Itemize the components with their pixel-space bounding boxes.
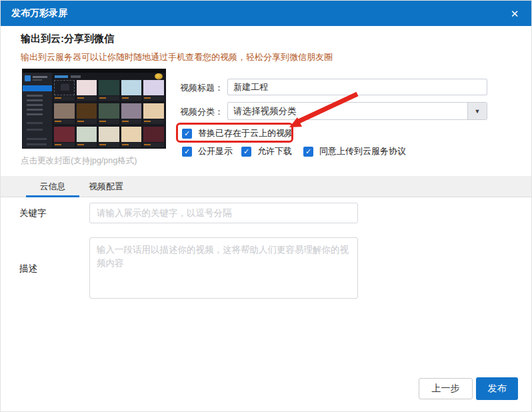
description-label: 描述: [19, 263, 37, 275]
cover-tile: [77, 103, 97, 125]
download-checkbox[interactable]: [241, 147, 251, 157]
previous-step-button[interactable]: 上一步: [419, 378, 473, 399]
tabbar: 云信息 视频配置: [1, 176, 531, 197]
category-selected-value: 请选择视频分类: [228, 105, 467, 117]
cover-tile: [99, 127, 119, 148]
dialog-title: 发布万彩录屏: [11, 7, 67, 19]
cover-grid: [54, 80, 164, 148]
cover-tile: [121, 103, 142, 125]
category-select[interactable]: 请选择视频分类 ▼: [227, 102, 487, 120]
thumb-content: [52, 73, 165, 148]
cover-tile: [143, 103, 164, 125]
video-title-label: 视频标题：: [174, 82, 223, 94]
thumb-sidebar: [23, 73, 52, 148]
cover-thumbnail[interactable]: [23, 69, 165, 148]
download-checkbox-row: 允许下载: [241, 145, 292, 157]
cover-tile: [143, 127, 164, 148]
chevron-down-icon[interactable]: ▼: [467, 103, 487, 119]
cover-tile: [54, 80, 75, 101]
public-checkbox[interactable]: [182, 147, 192, 157]
public-checkbox-row: 公开显示: [182, 145, 233, 157]
replace-checkbox-row: 替换已存在于云上的视频: [182, 127, 293, 139]
video-category-label: 视频分类：: [174, 106, 223, 118]
cover-tile: [77, 127, 97, 148]
cover-tile: [99, 103, 119, 125]
cover-tile: [143, 80, 164, 101]
publish-dialog: 发布万彩录屏 ✕ 输出到云:分享到微信 输出到云服务器可以让你随时随地通过手机查…: [0, 0, 532, 412]
download-checkbox-label: 允许下载: [257, 145, 292, 157]
thumb-active-menu-item: [23, 85, 52, 91]
cover-tile: [54, 103, 75, 125]
tab-video-config[interactable]: 视频配置: [79, 176, 133, 197]
cover-tile: [54, 127, 75, 148]
keywords-input[interactable]: [89, 203, 358, 223]
cover-hint: 点击更改封面(支持jpg/png格式): [21, 155, 137, 167]
video-title-input[interactable]: [227, 79, 487, 95]
agree-checkbox-label: 同意上传到云服务协议: [319, 145, 406, 157]
tab-cloud-info[interactable]: 云信息: [26, 176, 79, 197]
public-checkbox-label: 公开显示: [198, 145, 233, 157]
description-textarea[interactable]: [89, 237, 358, 299]
agree-checkbox[interactable]: [303, 147, 313, 157]
cover-tile: [121, 80, 142, 101]
replace-checkbox[interactable]: [182, 129, 192, 139]
cover-tile: [77, 80, 97, 101]
publish-button[interactable]: 发布: [476, 377, 518, 400]
keywords-label: 关键字: [19, 207, 47, 219]
cover-tile: [121, 127, 142, 148]
page-title: 输出到云:分享到微信: [21, 33, 114, 45]
agree-checkbox-row: 同意上传到云服务协议: [303, 145, 406, 157]
thumb-app-logo: [25, 75, 31, 81]
page-subtitle: 输出到云服务器可以让你随时随地通过手机查看您的视频，轻松分享到微信朋友圈: [21, 51, 333, 63]
replace-checkbox-label: 替换已存在于云上的视频: [198, 127, 293, 139]
close-icon[interactable]: ✕: [507, 7, 522, 21]
cover-tile: [99, 80, 119, 101]
titlebar: 发布万彩录屏 ✕: [1, 1, 531, 26]
